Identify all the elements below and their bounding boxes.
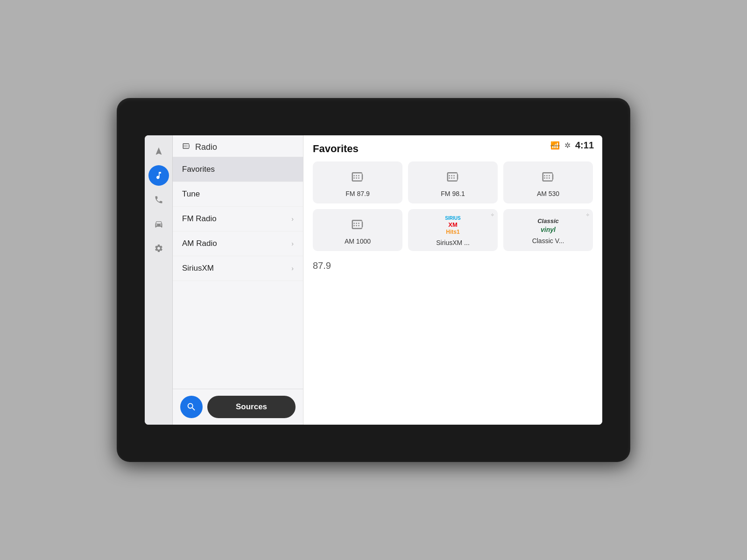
nav-header-title: Radio: [195, 142, 217, 152]
siriusxm-corner-icon: ÷: [491, 212, 494, 218]
status-time: 4:11: [575, 140, 594, 151]
status-bar: 📶 ✲ 4:11: [542, 135, 602, 155]
nav-item-am-radio-label: AM Radio: [182, 239, 217, 248]
nav-item-favorites-label: Favorites: [182, 165, 215, 174]
main-layout: Radio Favorites Tune FM Radio › AM Radio: [145, 135, 602, 425]
favorite-card-fm981[interactable]: FM 98.1: [408, 161, 498, 203]
favorite-card-am1000[interactable]: AM 1000: [313, 209, 402, 251]
sidebar-icons: [145, 135, 173, 425]
nav-item-siriusxm-label: SiriusXM: [182, 264, 214, 273]
search-button[interactable]: [180, 396, 203, 418]
favorite-card-fm879[interactable]: FM 87.9: [313, 161, 402, 203]
car-icon-button[interactable]: [148, 214, 169, 234]
fm981-radio-icon: [446, 170, 460, 187]
nav-item-siriusxm[interactable]: SiriusXM ›: [173, 256, 303, 281]
nav-panel: Radio Favorites Tune FM Radio › AM Radio: [173, 135, 303, 425]
fm981-label: FM 98.1: [441, 190, 465, 197]
xm-text: XM: [448, 221, 458, 229]
nav-icon-button[interactable]: [148, 141, 169, 161]
radio-header-icon: [182, 142, 190, 152]
screen: 📶 ✲ 4:11: [145, 135, 602, 425]
classic-text: Classic: [537, 217, 559, 225]
bluetooth-icon: ✲: [564, 141, 571, 150]
vinyl-text: vinyl: [537, 225, 559, 234]
siriusxm-arrow-icon: ›: [291, 265, 294, 272]
music-icon-button[interactable]: [148, 165, 169, 186]
sirius-text: SIRIUS: [445, 216, 460, 221]
nav-item-fm-radio[interactable]: FM Radio ›: [173, 207, 303, 231]
nav-item-tune[interactable]: Tune: [173, 182, 303, 207]
am530-radio-icon: [541, 170, 555, 187]
am-radio-arrow-icon: ›: [291, 240, 294, 247]
fm-radio-arrow-icon: ›: [291, 215, 294, 223]
car-bezel: 📶 ✲ 4:11: [117, 98, 630, 462]
fm879-radio-icon: [351, 170, 365, 187]
am1000-label: AM 1000: [345, 238, 371, 245]
nav-items: Favorites Tune FM Radio › AM Radio › Sir: [173, 157, 303, 389]
am1000-radio-icon: [351, 217, 365, 235]
settings-icon-button[interactable]: [148, 238, 169, 259]
classic-vinyl-logo: Classic vinyl: [537, 217, 559, 234]
nav-header: Radio: [173, 135, 303, 157]
fm879-label: FM 87.9: [345, 190, 369, 197]
favorite-card-classicvinyl[interactable]: ÷ Classic vinyl Classic V...: [503, 209, 593, 251]
favorite-card-siriusxm[interactable]: ÷ SIRIUS XM Hits1 SiriusXM ...: [408, 209, 498, 251]
hits-text: Hits1: [446, 229, 459, 235]
siriusxm-logo: SIRIUS XM Hits1: [445, 216, 460, 235]
phone-icon-button[interactable]: [148, 189, 169, 210]
favorites-grid: FM 87.9 FM 98.1 AM 530: [313, 161, 593, 251]
siriusxm-label: SiriusXM ...: [436, 239, 470, 246]
content-panel: Favorites FM 87.9 FM 98.1: [303, 135, 602, 425]
nav-item-tune-label: Tune: [182, 189, 200, 199]
nav-item-am-radio[interactable]: AM Radio ›: [173, 231, 303, 256]
sources-button[interactable]: Sources: [207, 396, 296, 418]
classicvinyl-corner-icon: ÷: [586, 212, 589, 218]
nav-bottom: Sources: [173, 389, 303, 425]
current-station: 87.9: [313, 260, 593, 271]
classicvinyl-label: Classic V...: [532, 237, 564, 245]
favorite-card-am530[interactable]: AM 530: [503, 161, 593, 203]
nav-item-fm-radio-label: FM Radio: [182, 214, 217, 224]
am530-label: AM 530: [537, 190, 559, 197]
nav-item-favorites[interactable]: Favorites: [173, 157, 303, 182]
no-wifi-icon: 📶: [550, 141, 560, 150]
